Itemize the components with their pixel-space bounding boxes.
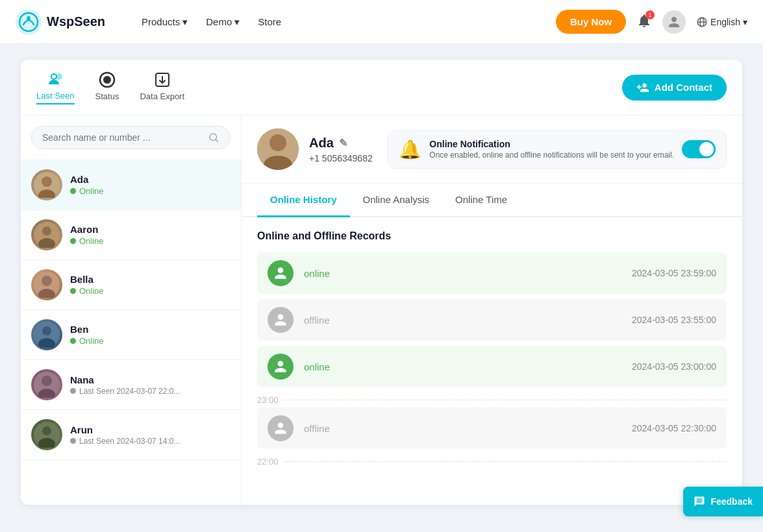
sub-tab-online-analysis-label: Online Analysis <box>363 194 430 205</box>
contact-list: Ada Online Aaron <box>21 160 241 460</box>
nav-store[interactable]: Store <box>258 16 281 27</box>
status-text-ben: Online <box>79 336 104 346</box>
tab-data-export[interactable]: Data Export <box>140 71 184 104</box>
sub-tab-online-time-label: Online Time <box>455 194 507 205</box>
status-dot-aaron <box>70 238 76 244</box>
svg-point-14 <box>42 176 52 187</box>
export-icon <box>153 71 171 89</box>
record-icon-online <box>268 260 294 286</box>
contact-item[interactable]: Ada Online <box>21 160 241 210</box>
svg-point-7 <box>52 75 56 79</box>
svg-point-2 <box>27 16 31 20</box>
time-label-22: 22:00 <box>257 454 727 469</box>
record-item: online 2024-03-05 23:59:00 <box>257 252 727 294</box>
contact-avatar-aaron <box>31 219 62 250</box>
record-icon-offline-4 <box>268 415 294 441</box>
contact-item[interactable]: Nana Last Seen 2024-03-07 22:0... <box>21 360 241 410</box>
nav-products[interactable]: Products ▾ <box>142 16 188 28</box>
notification-title: Online Notification <box>429 139 674 149</box>
contact-info-nana: Nana Last Seen 2024-03-07 22:0... <box>70 374 231 396</box>
logo-icon <box>16 9 42 35</box>
products-label: Products <box>142 16 180 27</box>
record-status-2: offline <box>304 315 621 326</box>
tab-status-label: Status <box>95 91 119 101</box>
contact-info-ben: Ben Online <box>70 324 231 346</box>
record-item: offline 2024-03-05 22:30:00 <box>257 407 727 449</box>
contact-item[interactable]: Aaron Online <box>21 210 241 260</box>
buynow-button[interactable]: Buy Now <box>556 10 626 34</box>
search-input[interactable] <box>42 132 203 143</box>
sub-tab-online-history-label: Online History <box>270 194 337 205</box>
profile-phone: +1 5056349682 <box>309 153 388 163</box>
search-input-wrap[interactable] <box>31 126 231 149</box>
time-label-23: 23:00 <box>257 393 727 407</box>
contact-item[interactable]: Arun Last Seen 2024-03-07 14:0... <box>21 410 241 460</box>
buynow-label: Buy Now <box>570 16 612 27</box>
notification-bell[interactable]: 1 <box>636 13 652 31</box>
language-selector[interactable]: English ▾ <box>696 16 747 28</box>
record-status-1: online <box>304 268 621 279</box>
contact-item[interactable]: Ben Online <box>21 310 241 360</box>
profile-section: Ada ✎ +1 5056349682 🔔 Online Notificatio… <box>242 115 742 184</box>
record-time-4: 2024-03-05 22:30:00 <box>632 423 716 433</box>
sub-tab-online-time[interactable]: Online Time <box>442 184 520 217</box>
contact-avatar-ben <box>31 319 62 350</box>
time-label-23-text: 23:00 <box>257 395 279 405</box>
card-header: Last Seen Status Data Export <box>21 60 742 115</box>
status-icon <box>98 71 116 89</box>
tab-last-seen[interactable]: Last Seen <box>36 70 75 104</box>
nav-logo[interactable]: WspSeen <box>16 9 105 35</box>
bell-badge: 1 <box>645 10 655 19</box>
svg-point-29 <box>42 426 51 435</box>
status-text-arun: Last Seen 2024-03-07 14:0... <box>79 437 180 446</box>
logo-text: WspSeen <box>47 14 105 29</box>
contact-name-bella: Bella <box>70 274 231 285</box>
feedback-button[interactable]: Feedback <box>683 487 763 516</box>
profile-name-text: Ada <box>309 136 334 151</box>
svg-point-10 <box>103 76 111 84</box>
notification-toggle[interactable] <box>682 140 716 158</box>
svg-point-20 <box>42 276 52 286</box>
tab-status[interactable]: Status <box>95 71 119 104</box>
demo-chevron-icon: ▾ <box>234 16 240 28</box>
demo-label: Demo <box>206 16 232 27</box>
contact-info-bella: Bella Online <box>70 274 231 296</box>
sub-tab-online-history[interactable]: Online History <box>257 184 350 217</box>
records-title: Online and Offline Records <box>257 230 727 242</box>
navbar: WspSeen Products ▾ Demo ▾ Store Buy Now … <box>0 0 763 44</box>
contact-status-aaron: Online <box>70 236 231 246</box>
contact-status-arun: Last Seen 2024-03-07 14:0... <box>70 437 231 446</box>
contact-avatar-nana <box>31 369 62 400</box>
svg-point-26 <box>42 376 52 386</box>
contact-name-ada: Ada <box>70 174 231 185</box>
contact-status-nana: Last Seen 2024-03-07 22:0... <box>70 387 231 396</box>
tab-last-seen-label: Last Seen <box>36 91 75 101</box>
contact-info-aaron: Aaron Online <box>70 224 231 246</box>
add-contact-button[interactable]: Add Contact <box>622 75 727 101</box>
main-content: Last Seen Status Data Export <box>0 44 763 520</box>
status-text-aaron: Online <box>79 236 104 246</box>
edit-contact-icon[interactable]: ✎ <box>339 137 347 149</box>
time-label-22-text: 22:00 <box>257 457 279 466</box>
record-time-1: 2024-03-05 23:59:00 <box>632 268 716 278</box>
contact-info-arun: Arun Last Seen 2024-03-07 14:0... <box>70 424 231 446</box>
svg-point-17 <box>42 226 51 236</box>
notification-subtitle: Once enabled, online and offline notific… <box>429 151 674 160</box>
nav-right: Buy Now 1 English ▾ <box>556 10 747 34</box>
contact-name-ben: Ben <box>70 324 231 335</box>
status-dot-nana <box>70 388 76 394</box>
card-tabs: Last Seen Status Data Export <box>36 70 184 104</box>
search-icon <box>208 132 219 143</box>
add-contact-icon <box>636 81 649 94</box>
toggle-slider <box>682 140 716 158</box>
contact-info-ada: Ada Online <box>70 174 231 196</box>
globe-icon <box>696 16 708 28</box>
sub-tab-online-analysis[interactable]: Online Analysis <box>350 184 443 217</box>
svg-point-23 <box>42 326 51 335</box>
nav-demo[interactable]: Demo ▾ <box>206 16 240 28</box>
contact-status-bella: Online <box>70 286 231 296</box>
contact-avatar-bella <box>31 269 62 300</box>
contact-avatar-arun <box>31 419 62 450</box>
user-avatar-nav[interactable] <box>662 10 686 34</box>
contact-item[interactable]: Bella Online <box>21 260 241 310</box>
